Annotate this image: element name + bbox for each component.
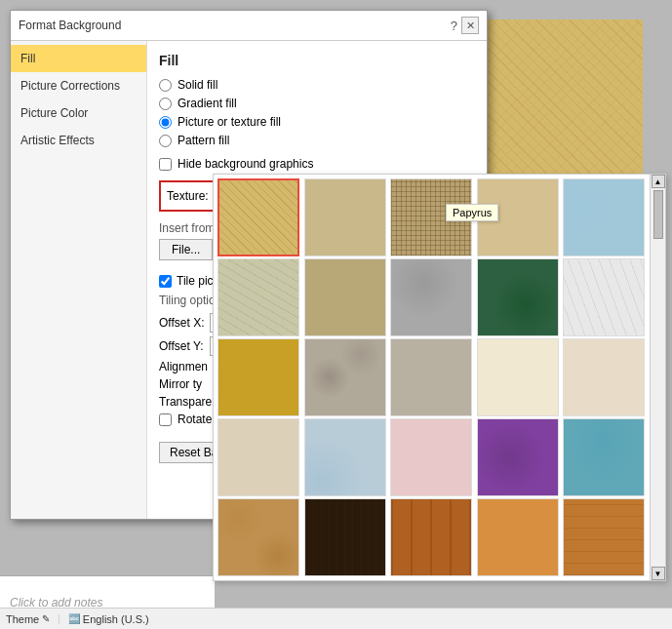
rotate-label: Rotate <box>178 413 212 426</box>
alignment-label: Alignmen <box>159 360 208 373</box>
dialog-controls: ? ✕ <box>451 17 479 34</box>
gradient-fill-option[interactable]: Gradient fill <box>159 97 475 110</box>
theme-icon: ✎ <box>42 613 50 624</box>
solid-fill-option[interactable]: Solid fill <box>159 78 475 92</box>
texture-cell-fossil[interactable] <box>304 258 386 336</box>
theme-label: Theme <box>6 613 39 625</box>
offset-y-label: Offset Y: <box>159 339 204 353</box>
texture-cell-white-marble[interactable] <box>563 258 645 336</box>
close-button[interactable]: ✕ <box>461 17 479 34</box>
texture-cell-linen-beige[interactable] <box>304 178 386 256</box>
solid-fill-label: Solid fill <box>178 78 217 92</box>
texture-cell-gravel[interactable] <box>304 338 386 416</box>
texture-cell-teal-water[interactable] <box>563 418 645 496</box>
help-icon[interactable]: ? <box>451 19 457 33</box>
texture-cell-gold-foil[interactable] <box>217 338 299 416</box>
texture-cell-light-beige[interactable] <box>563 338 645 416</box>
texture-cell-papyrus[interactable] <box>217 178 299 256</box>
taskbar-language[interactable]: 🔤 English (U.S.) <box>68 613 149 625</box>
scroll-up-button[interactable]: ▲ <box>652 175 665 188</box>
texture-cell-stone-gray[interactable] <box>390 258 472 336</box>
gradient-fill-label: Gradient fill <box>178 97 237 110</box>
dialog-title: Format Background <box>19 19 121 32</box>
texture-cell-light-tan[interactable] <box>217 418 299 496</box>
solid-fill-radio[interactable] <box>159 79 172 92</box>
dialog-titlebar: Format Background ? ✕ <box>11 11 487 41</box>
mirror-type-label: Mirror ty <box>159 377 202 391</box>
texture-label: Texture: <box>167 189 209 203</box>
rotate-checkbox[interactable] <box>159 413 172 426</box>
pattern-fill-label: Pattern fill <box>178 134 229 147</box>
texture-cell-dark-wood[interactable] <box>304 498 386 576</box>
tile-picture-label: Tile pic <box>177 274 214 288</box>
texture-cell-light-pink[interactable] <box>390 418 472 496</box>
picture-fill-option[interactable]: Picture or texture fill <box>159 115 475 129</box>
pattern-fill-radio[interactable] <box>159 135 172 147</box>
texture-cell-crumpled[interactable] <box>217 258 299 336</box>
transparency-label: Transparer <box>159 395 216 409</box>
pattern-fill-option[interactable]: Pattern fill <box>159 134 475 147</box>
sidebar-item-artistic-effects[interactable]: Artistic Effects <box>11 127 146 154</box>
texture-cell-cream[interactable] <box>477 338 559 416</box>
fill-options: Solid fill Gradient fill Picture or text… <box>159 78 475 147</box>
sidebar-item-fill[interactable]: Fill <box>11 45 146 72</box>
hide-graphics-label: Hide background graphics <box>178 157 313 171</box>
texture-cell-tan-wood[interactable] <box>563 498 645 576</box>
tile-picture-checkbox[interactable] <box>159 275 172 288</box>
texture-cell-cork[interactable] <box>217 498 299 576</box>
taskbar-theme[interactable]: Theme ✎ <box>6 613 50 625</box>
texture-cell-water[interactable] <box>563 178 645 256</box>
scroll-thumb[interactable] <box>653 190 663 239</box>
hide-graphics-option[interactable]: Hide background graphics <box>159 157 475 171</box>
language-icon: 🔤 <box>68 613 80 624</box>
language-label: English (U.S.) <box>83 613 149 625</box>
texture-cell-dark-green[interactable] <box>477 258 559 336</box>
texture-cell-rough[interactable] <box>390 338 472 416</box>
sidebar: Fill Picture Corrections Picture Color A… <box>11 41 147 519</box>
texture-cell-lavender[interactable] <box>477 418 559 496</box>
texture-grid <box>217 178 648 576</box>
picture-fill-label: Picture or texture fill <box>178 115 281 129</box>
picture-fill-radio[interactable] <box>159 116 172 129</box>
sidebar-item-picture-color[interactable]: Picture Color <box>11 99 146 127</box>
texture-cell-light-blue-marble[interactable] <box>304 418 386 496</box>
papyrus-tooltip: Papyrus <box>446 204 498 221</box>
taskbar: Theme ✎ | 🔤 English (U.S.) <box>0 608 672 629</box>
texture-cell-light-wood[interactable] <box>477 498 559 576</box>
texture-grid-scrollbar[interactable]: ▲ ▼ <box>650 175 665 580</box>
offset-x-label: Offset X: <box>159 316 204 330</box>
section-title: Fill <box>159 53 475 68</box>
hide-graphics-checkbox[interactable] <box>159 158 172 171</box>
texture-cell-wood-planks[interactable] <box>390 498 472 576</box>
scroll-down-button[interactable]: ▼ <box>652 567 665 580</box>
scroll-track <box>651 188 665 567</box>
sidebar-item-picture-corrections[interactable]: Picture Corrections <box>11 72 146 99</box>
gradient-fill-radio[interactable] <box>159 98 172 110</box>
texture-grid-panel: Papyrus ▲ ▼ <box>213 174 666 581</box>
file-button[interactable]: File... <box>159 239 213 260</box>
